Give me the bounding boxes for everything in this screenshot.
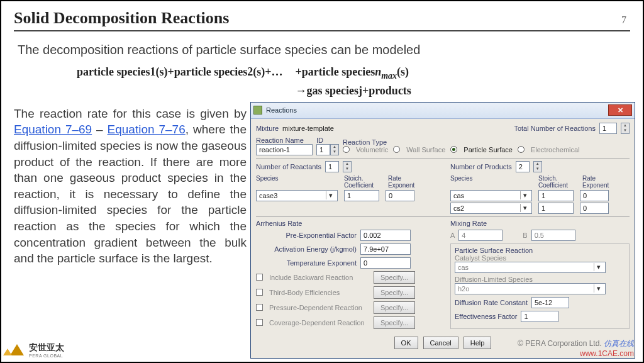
slide: Solid Decomposition Reactions 7 The deco… [0, 0, 644, 363]
specify-button[interactable]: Specify... [374, 316, 415, 329]
equation-left: particle species1(s)+particle species2(s… [77, 64, 282, 99]
diffusion-species-label: Diffusion-Limited Species [455, 276, 625, 283]
check-backward-reaction[interactable] [256, 274, 263, 281]
id-label: ID [316, 137, 339, 144]
specify-button[interactable]: Specify... [374, 301, 415, 314]
diffusion-rate-field[interactable]: 5e-12 [531, 297, 569, 308]
mixture-label: Mixture [256, 125, 279, 132]
intro-text: The decomposition reactions of particle … [18, 43, 630, 57]
psr-title: Particle Surface Reaction [455, 247, 625, 254]
chevron-down-icon[interactable]: ▾ [520, 204, 529, 212]
logo-sub-text: PERA GLOBAL [29, 354, 64, 358]
id-spinner[interactable]: ▲▼ [330, 144, 339, 155]
arrhenius-title: Arrhenius Rate [256, 220, 435, 227]
page-number: 7 [621, 14, 630, 26]
dialog-titlebar[interactable]: Reactions ✕ [251, 103, 635, 119]
check-pressure-dependent[interactable] [256, 304, 263, 311]
preexp-field[interactable]: 0.002 [360, 230, 411, 241]
mixing-rate-title: Mixing Rate [450, 220, 630, 227]
catalyst-label: Catalyst Species [455, 254, 625, 262]
diffusion-rate-label: Diffusion Rate Constant [455, 299, 528, 306]
link-eq-7-76[interactable]: Equation 7–76 [108, 123, 186, 136]
app-icon [253, 106, 262, 114]
product-row: cs2▾ 1 0 [450, 203, 630, 214]
reactant-row: case3▾ 1 0 [256, 190, 435, 201]
watermark-cn: 仿真在线 [604, 339, 634, 348]
mix-a-field[interactable]: 4 [458, 230, 502, 241]
check-coverage-dependent[interactable] [256, 319, 263, 326]
product-rate-field[interactable]: 0 [580, 203, 609, 214]
preexp-label: Pre-Exponential Factor [256, 232, 357, 239]
radio-particle-surface[interactable] [450, 146, 457, 153]
product-stoich-field[interactable]: 1 [538, 190, 574, 201]
total-reactions-label: Total Number of Reactions [514, 125, 596, 132]
chevron-down-icon[interactable]: ▾ [594, 284, 602, 293]
slide-title: Solid Decomposition Reactions [14, 9, 229, 28]
diffusion-species-combo[interactable]: h2o▾ [455, 283, 606, 294]
logo-triangle-icon [3, 349, 12, 355]
chevron-down-icon[interactable]: ▾ [594, 263, 602, 271]
reactions-dialog: Reactions ✕ Mixture mixture-template Tot… [250, 102, 635, 359]
logo-cn-text: 安世亚太 [29, 342, 64, 354]
check-third-body[interactable] [256, 289, 263, 296]
radio-volumetric[interactable] [343, 146, 350, 153]
reactant-stoich-field[interactable]: 1 [344, 190, 379, 201]
dialog-title: Reactions [266, 106, 608, 114]
equation-block: particle species1(s)+particle species2(s… [77, 64, 630, 99]
link-eq-7-69[interactable]: Equation 7–69 [14, 123, 92, 136]
radio-wall-surface[interactable] [393, 146, 400, 153]
id-field[interactable]: 1 [316, 144, 330, 155]
num-reactants-spinner[interactable]: ▲▼ [343, 161, 352, 172]
reaction-name-label: Reaction Name [256, 137, 313, 144]
specify-button[interactable]: Specify... [374, 286, 415, 299]
equation-right: +particle speciesnmax(s) →gas speciesj+p… [295, 64, 411, 99]
close-icon[interactable]: ✕ [608, 104, 632, 116]
total-reactions-spinner[interactable]: ▲▼ [621, 123, 630, 134]
num-reactants-field[interactable]: 1 [325, 161, 339, 172]
product-species-combo[interactable]: cas▾ [450, 190, 532, 201]
effectiveness-label: Effectiveness Factor [455, 313, 517, 320]
activation-energy-label: Activation Energy (j/kgmol) [256, 245, 357, 253]
num-products-field[interactable]: 2 [516, 161, 530, 172]
total-reactions-field[interactable]: 1 [599, 123, 617, 134]
num-reactants-label: Number of Reactants [256, 163, 321, 170]
body-text: The reaction rate for this case is given… [14, 106, 247, 267]
reaction-name-field[interactable]: reaction-1 [256, 144, 313, 155]
logo-triangle-icon [10, 344, 24, 355]
product-rate-field[interactable]: 0 [580, 190, 609, 201]
product-row: cas▾ 1 0 [450, 190, 630, 201]
particle-surface-reaction-group: Particle Surface Reaction Catalyst Speci… [450, 243, 630, 329]
reactant-rate-field[interactable]: 0 [386, 190, 414, 201]
chevron-down-icon[interactable]: ▾ [520, 191, 529, 199]
effectiveness-field[interactable]: 1 [521, 311, 558, 322]
mixture-value: mixture-template [282, 125, 334, 132]
watermark-url: www.1CAE.com [580, 349, 634, 358]
body-row: The reaction rate for this case is given… [14, 106, 630, 267]
product-stoich-field[interactable]: 1 [538, 203, 574, 214]
slide-header: Solid Decomposition Reactions 7 [14, 9, 630, 31]
chevron-down-icon[interactable]: ▾ [326, 191, 335, 199]
footer: 安世亚太 PERA GLOBAL © PERA Corporation Ltd.… [10, 338, 634, 358]
product-species-combo[interactable]: cs2▾ [450, 203, 532, 214]
temp-exp-label: Temperature Exponent [256, 259, 357, 267]
num-products-spinner[interactable]: ▲▼ [533, 161, 542, 172]
mix-b-field[interactable]: 0.5 [531, 230, 575, 241]
reaction-type-label: Reaction Type [343, 138, 630, 146]
num-products-label: Number of Products [450, 163, 512, 170]
catalyst-combo[interactable]: cas▾ [455, 262, 606, 273]
dialog-body: Mixture mixture-template Total Number of… [251, 119, 635, 358]
radio-electrochemical[interactable] [518, 146, 525, 153]
dialog-wrap: x: Reactions ✕ Mixture mixture-template … [254, 106, 630, 267]
temp-exp-field[interactable]: 0 [360, 257, 411, 269]
copyright-text: © PERA Corporation Ltd. [518, 339, 602, 348]
specify-button[interactable]: Specify... [374, 271, 415, 284]
pera-logo: 安世亚太 PERA GLOBAL [10, 342, 64, 358]
reactant-species-combo[interactable]: case3▾ [256, 190, 338, 201]
activation-energy-field[interactable]: 7.9e+07 [360, 243, 411, 255]
